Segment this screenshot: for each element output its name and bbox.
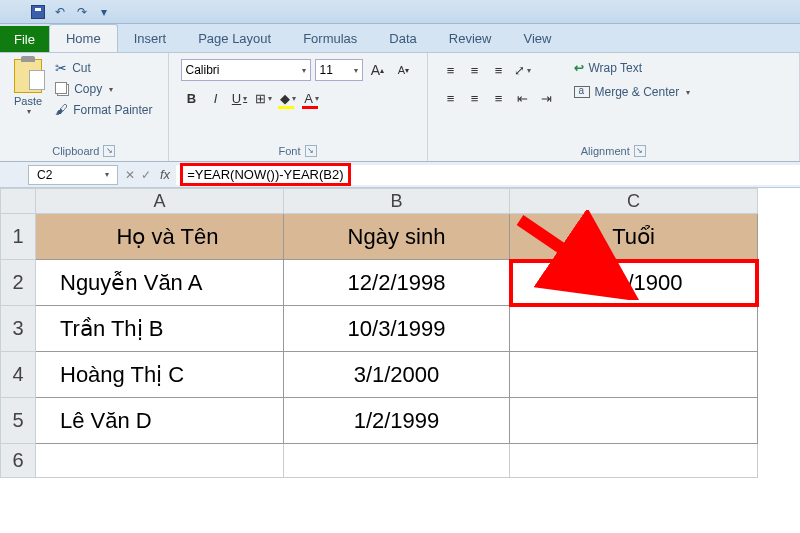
formula-highlight: =YEAR(NOW())-YEAR(B2) <box>180 163 350 186</box>
chevron-down-icon: ▾ <box>109 85 113 94</box>
name-box[interactable]: C2▾ <box>28 165 118 185</box>
fill-color-button[interactable]: ◆▾ <box>277 87 299 109</box>
chevron-down-icon: ▾ <box>243 94 247 103</box>
cell-C1[interactable]: Tuổi <box>510 214 758 260</box>
bold-button[interactable]: B <box>181 87 203 109</box>
group-label-clipboard: Clipboard <box>52 145 99 157</box>
paste-label: Paste <box>14 95 42 107</box>
cell-C5[interactable] <box>510 398 758 444</box>
row-header-3[interactable]: 3 <box>0 306 36 352</box>
increase-indent-button[interactable]: ⇥ <box>536 87 558 109</box>
tab-insert[interactable]: Insert <box>118 25 183 52</box>
font-launcher[interactable]: ↘ <box>305 145 317 157</box>
cell-B3[interactable]: 10/3/1999 <box>284 306 510 352</box>
align-bottom-button[interactable]: ≡ <box>488 59 510 81</box>
row-header-5[interactable]: 5 <box>0 398 36 444</box>
paste-button[interactable]: Paste ▾ <box>8 57 48 118</box>
chevron-down-icon: ▾ <box>315 94 319 103</box>
group-clipboard: Paste ▾ Cut Copy▾ Format Painter Clipboa… <box>0 53 169 161</box>
undo-button[interactable]: ↶ <box>52 4 68 20</box>
cancel-formula-button[interactable]: ✕ <box>125 168 135 182</box>
redo-button[interactable]: ↷ <box>74 4 90 20</box>
col-header-B[interactable]: B <box>284 188 510 214</box>
group-label-font: Font <box>278 145 300 157</box>
wrap-text-button[interactable]: Wrap Text <box>570 59 695 77</box>
tab-page-layout[interactable]: Page Layout <box>182 25 287 52</box>
group-alignment: ≡ ≡ ≡ ⤢▾ ≡ ≡ ≡ ⇤ ⇥ Wrap Text Merge & Cen… <box>428 53 801 161</box>
cell-C6[interactable] <box>510 444 758 478</box>
merge-center-button[interactable]: Merge & Center▾ <box>570 83 695 101</box>
increase-font-button[interactable] <box>367 59 389 81</box>
italic-button[interactable]: I <box>205 87 227 109</box>
align-left-button[interactable]: ≡ <box>440 87 462 109</box>
font-name-select[interactable]: Calibri▾ <box>181 59 311 81</box>
alignment-launcher[interactable]: ↘ <box>634 145 646 157</box>
cell-B1[interactable]: Ngày sinh <box>284 214 510 260</box>
cell-C3[interactable] <box>510 306 758 352</box>
align-center-button[interactable]: ≡ <box>464 87 486 109</box>
row-header-1[interactable]: 1 <box>0 214 36 260</box>
font-size-select[interactable]: 11▾ <box>315 59 363 81</box>
save-icon <box>31 5 45 19</box>
font-color-button[interactable]: A▾ <box>301 87 323 109</box>
row-header-4[interactable]: 4 <box>0 352 36 398</box>
cell-B5[interactable]: 1/2/1999 <box>284 398 510 444</box>
copy-button[interactable]: Copy▾ <box>52 81 155 97</box>
align-middle-button[interactable]: ≡ <box>464 59 486 81</box>
ribbon-tabs: File Home Insert Page Layout Formulas Da… <box>0 24 800 52</box>
decrease-font-button[interactable] <box>393 59 415 81</box>
cell-A1[interactable]: Họ và Tên <box>36 214 284 260</box>
formula-input[interactable]: =YEAR(NOW())-YEAR(B2) <box>176 165 800 185</box>
tab-formulas[interactable]: Formulas <box>287 25 373 52</box>
tab-home[interactable]: Home <box>49 24 118 52</box>
column-headers: A B C <box>0 188 800 214</box>
font-color-icon: A <box>304 91 313 106</box>
select-all-corner[interactable] <box>0 188 36 214</box>
save-button[interactable] <box>30 4 46 20</box>
enter-formula-button[interactable]: ✓ <box>141 168 151 182</box>
borders-button[interactable]: ⊞▾ <box>253 87 275 109</box>
wrap-text-icon <box>574 61 584 75</box>
ribbon: Paste ▾ Cut Copy▾ Format Painter Clipboa… <box>0 52 800 162</box>
merge-icon <box>574 86 590 98</box>
copy-icon <box>55 82 69 96</box>
table-row: 3 Trần Thị B 10/3/1999 <box>0 306 800 352</box>
row-header-6[interactable]: 6 <box>0 444 36 478</box>
align-top-button[interactable]: ≡ <box>440 59 462 81</box>
quick-access-toolbar: ↶ ↷ ▾ <box>0 0 800 24</box>
col-header-C[interactable]: C <box>510 188 758 214</box>
cell-A4[interactable]: Hoàng Thị C <box>36 352 284 398</box>
cell-A3[interactable]: Trần Thị B <box>36 306 284 352</box>
table-row: 6 <box>0 444 800 478</box>
fx-icon[interactable]: fx <box>160 167 170 182</box>
col-header-A[interactable]: A <box>36 188 284 214</box>
chevron-down-icon: ▾ <box>686 88 690 97</box>
cell-C2[interactable]: 1/23/1900 <box>510 260 758 306</box>
orientation-button[interactable]: ⤢▾ <box>512 59 534 81</box>
tab-data[interactable]: Data <box>373 25 432 52</box>
cell-B6[interactable] <box>284 444 510 478</box>
decrease-indent-button[interactable]: ⇤ <box>512 87 534 109</box>
cell-A5[interactable]: Lê Văn D <box>36 398 284 444</box>
qat-customize-button[interactable]: ▾ <box>96 4 112 20</box>
cell-B2[interactable]: 12/2/1998 <box>284 260 510 306</box>
cut-button[interactable]: Cut <box>52 59 155 77</box>
cell-A6[interactable] <box>36 444 284 478</box>
cell-A2[interactable]: Nguyễn Văn A <box>36 260 284 306</box>
scissors-icon <box>55 60 67 76</box>
cell-B4[interactable]: 3/1/2000 <box>284 352 510 398</box>
cell-C4[interactable] <box>510 352 758 398</box>
brush-icon <box>55 102 68 117</box>
align-right-button[interactable]: ≡ <box>488 87 510 109</box>
row-header-2[interactable]: 2 <box>0 260 36 306</box>
spreadsheet: A B C 1 Họ và Tên Ngày sinh Tuổi 2 Nguyễ… <box>0 188 800 478</box>
chevron-down-icon: ▾ <box>268 94 272 103</box>
clipboard-launcher[interactable]: ↘ <box>103 145 115 157</box>
format-painter-button[interactable]: Format Painter <box>52 101 155 118</box>
bucket-icon: ◆ <box>280 91 290 106</box>
tab-review[interactable]: Review <box>433 25 508 52</box>
group-label-alignment: Alignment <box>581 145 630 157</box>
underline-button[interactable]: U▾ <box>229 87 251 109</box>
tab-view[interactable]: View <box>507 25 567 52</box>
tab-file[interactable]: File <box>0 26 49 52</box>
